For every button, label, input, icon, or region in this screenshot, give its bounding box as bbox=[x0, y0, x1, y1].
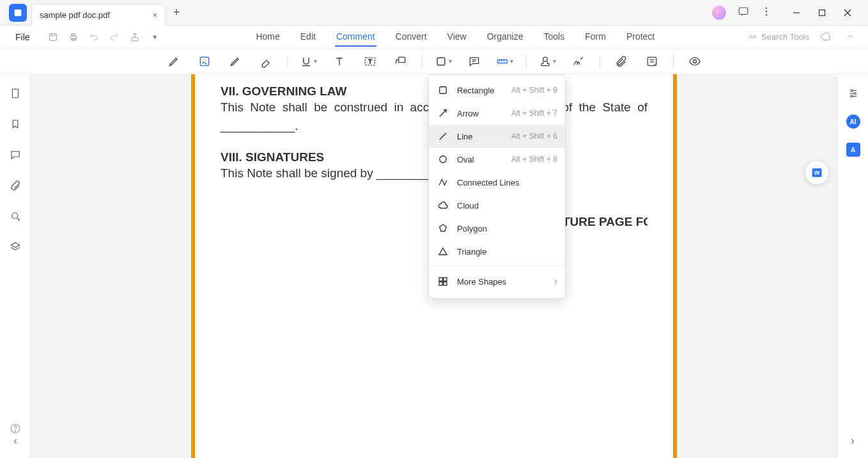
svg-rect-47 bbox=[440, 87, 447, 94]
shape-option-oval[interactable]: OvalAlt + Shift + 8 bbox=[429, 148, 565, 171]
ai-translate-icon[interactable]: A bbox=[846, 142, 861, 157]
svg-rect-53 bbox=[439, 282, 442, 285]
text-box-tool[interactable]: T bbox=[360, 52, 380, 71]
menu-item-tools[interactable]: Tools bbox=[543, 28, 566, 47]
svg-rect-11 bbox=[72, 33, 75, 35]
svg-rect-0 bbox=[15, 9, 22, 16]
svg-rect-6 bbox=[819, 10, 825, 15]
note-tool[interactable] bbox=[465, 52, 484, 71]
shape-option-line[interactable]: LineAlt + Shift + 6 bbox=[429, 125, 565, 148]
svg-rect-23 bbox=[398, 57, 405, 62]
shape-option-arrow[interactable]: ArrowAlt + Shift + 7 bbox=[429, 102, 565, 125]
pencil-tool[interactable] bbox=[226, 52, 245, 71]
svg-rect-1 bbox=[739, 8, 748, 15]
svg-text:T: T bbox=[368, 58, 371, 65]
properties-icon[interactable] bbox=[846, 86, 861, 101]
right-sidebar: AI A bbox=[837, 74, 868, 458]
menu-item-convert[interactable]: Convert bbox=[394, 28, 428, 47]
redo-icon[interactable] bbox=[107, 29, 122, 45]
svg-rect-54 bbox=[444, 282, 447, 285]
bookmarks-icon[interactable] bbox=[8, 116, 23, 132]
svg-line-38 bbox=[17, 218, 20, 221]
measure-tool[interactable]: ▾ bbox=[495, 52, 515, 71]
oval-icon bbox=[437, 153, 449, 166]
tab-title: sample pdf doc.pdf bbox=[40, 10, 110, 20]
ai-assistant-icon[interactable]: AI bbox=[846, 114, 861, 129]
svg-point-3 bbox=[766, 11, 767, 12]
grid-icon bbox=[437, 275, 449, 288]
menu-item-view[interactable]: View bbox=[446, 28, 468, 47]
shapes-dropdown: RectangleAlt + Shift + 9ArrowAlt + Shift… bbox=[428, 74, 566, 299]
svg-point-37 bbox=[12, 213, 17, 219]
signature-tool[interactable] bbox=[569, 52, 588, 71]
shape-option-triangle[interactable]: Triangle bbox=[429, 240, 565, 263]
left-sidebar bbox=[0, 74, 31, 458]
menu-bar: File ▾ HomeEditCommentConvertViewOrganiz… bbox=[0, 26, 868, 49]
maximize-button[interactable] bbox=[809, 0, 835, 26]
close-tab-icon[interactable]: × bbox=[150, 10, 160, 20]
connected-icon bbox=[437, 176, 449, 189]
file-menu[interactable]: File bbox=[10, 29, 35, 45]
hide-annotations-tool[interactable] bbox=[685, 52, 704, 71]
thumbnails-icon[interactable] bbox=[8, 86, 23, 101]
comments-panel-icon[interactable] bbox=[8, 147, 23, 162]
area-highlight-tool[interactable] bbox=[195, 52, 214, 71]
search-placeholder: Search Tools bbox=[761, 32, 809, 42]
collapse-ribbon-icon[interactable] bbox=[842, 29, 858, 45]
cloud-icon bbox=[437, 199, 449, 212]
callout-tool[interactable] bbox=[391, 52, 410, 71]
svg-point-2 bbox=[766, 8, 767, 9]
menu-item-comment[interactable]: Comment bbox=[335, 28, 376, 47]
document-tab[interactable]: sample pdf doc.pdf × bbox=[31, 4, 166, 26]
title-bar: sample pdf doc.pdf × + bbox=[0, 0, 868, 26]
minimize-button[interactable] bbox=[784, 0, 809, 26]
menu-item-protect[interactable]: Protect bbox=[625, 28, 656, 47]
share-icon[interactable] bbox=[127, 29, 143, 45]
shape-option-polygon[interactable]: Polygon bbox=[429, 217, 565, 240]
shape-option-connected-lines[interactable]: Connected Lines bbox=[429, 171, 565, 194]
svg-line-48 bbox=[440, 110, 447, 117]
kebab-menu-icon[interactable] bbox=[761, 6, 772, 19]
menu-item-home[interactable]: Home bbox=[254, 28, 281, 47]
svg-point-4 bbox=[766, 14, 767, 15]
shape-option-cloud[interactable]: Cloud bbox=[429, 194, 565, 217]
print-icon[interactable] bbox=[66, 29, 81, 45]
next-page-arrow[interactable] bbox=[846, 435, 859, 448]
prev-page-arrow[interactable] bbox=[9, 435, 22, 448]
highlighter-tool[interactable] bbox=[164, 52, 183, 71]
search-tools[interactable]: Search Tools bbox=[748, 32, 809, 42]
svg-rect-17 bbox=[200, 57, 208, 65]
search-panel-icon[interactable] bbox=[8, 209, 23, 224]
menu-item-form[interactable]: Form bbox=[584, 28, 607, 47]
eraser-tool[interactable] bbox=[256, 52, 275, 71]
chat-icon[interactable] bbox=[738, 6, 749, 19]
stamp-tool[interactable]: ▾ bbox=[538, 52, 557, 71]
help-icon[interactable] bbox=[8, 421, 23, 436]
svg-text:W: W bbox=[814, 170, 820, 176]
undo-icon[interactable] bbox=[86, 29, 102, 45]
menu-item-organize[interactable]: Organize bbox=[486, 28, 525, 47]
quick-access-dropdown-icon[interactable]: ▾ bbox=[148, 29, 163, 45]
svg-point-45 bbox=[853, 93, 855, 95]
shape-option-rectangle[interactable]: RectangleAlt + Shift + 9 bbox=[429, 79, 565, 102]
shapes-tool[interactable]: ▾ bbox=[434, 52, 453, 71]
manage-comments-tool[interactable] bbox=[642, 52, 662, 71]
svg-rect-24 bbox=[437, 58, 445, 65]
convert-to-word-badge[interactable]: W bbox=[805, 161, 828, 184]
attachment-tool[interactable] bbox=[612, 52, 631, 71]
underline-tool[interactable]: ▾ bbox=[299, 52, 318, 71]
menu-item-edit[interactable]: Edit bbox=[299, 28, 317, 47]
svg-point-15 bbox=[754, 36, 756, 38]
more-shapes-option[interactable]: More Shapes› bbox=[429, 269, 565, 294]
user-avatar[interactable] bbox=[712, 6, 726, 20]
cloud-sync-icon[interactable] bbox=[818, 29, 833, 45]
new-tab-button[interactable]: + bbox=[173, 6, 180, 19]
close-window-button[interactable] bbox=[835, 0, 860, 26]
svg-point-14 bbox=[750, 36, 752, 38]
save-icon[interactable] bbox=[45, 29, 61, 45]
text-tool[interactable] bbox=[330, 52, 349, 71]
rect-icon bbox=[437, 84, 449, 97]
attachments-panel-icon[interactable] bbox=[8, 178, 23, 193]
svg-point-40 bbox=[15, 430, 15, 431]
layers-panel-icon[interactable] bbox=[8, 239, 23, 255]
